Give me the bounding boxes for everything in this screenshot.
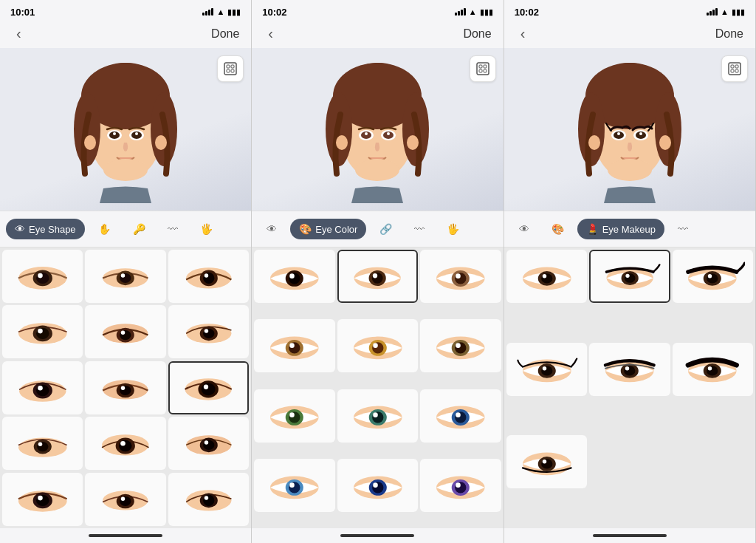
svg-point-89 bbox=[336, 135, 348, 150]
svg-point-50 bbox=[121, 386, 125, 389]
home-bar-2 bbox=[340, 534, 414, 537]
eye-option-2[interactable] bbox=[85, 250, 165, 303]
makeup-option-7[interactable] bbox=[506, 435, 587, 488]
eye-option-12[interactable] bbox=[168, 417, 249, 470]
eye-color-option-7[interactable] bbox=[254, 389, 334, 443]
palette-icon-tab-3: 🎨 bbox=[551, 223, 564, 235]
tab-eye-color-2[interactable]: 🎨 Eye Color bbox=[290, 219, 366, 239]
svg-point-70 bbox=[38, 496, 43, 501]
eye-color-option-4[interactable] bbox=[254, 319, 334, 372]
back-button-3[interactable]: ‹ bbox=[516, 24, 530, 44]
svg-point-18 bbox=[103, 159, 148, 181]
emoji-switch-icon-3 bbox=[727, 61, 742, 76]
svg-point-54 bbox=[204, 385, 208, 389]
svg-point-26 bbox=[121, 273, 125, 277]
eye-option-15[interactable] bbox=[168, 473, 249, 526]
makeup-icon-tab-3: 💄 bbox=[586, 223, 599, 235]
svg-point-61 bbox=[119, 440, 132, 451]
tab-wave-3[interactable]: 〰 bbox=[669, 219, 697, 239]
eye-option-5[interactable] bbox=[85, 305, 165, 358]
emoji-icon-button-3[interactable] bbox=[721, 55, 748, 82]
eye-option-14[interactable] bbox=[85, 473, 165, 526]
eye-color-option-5[interactable] bbox=[337, 319, 418, 372]
svg-point-14 bbox=[113, 132, 116, 135]
tab-link-2[interactable]: 🔗 bbox=[371, 219, 401, 239]
emoji-icon-button-1[interactable] bbox=[217, 55, 244, 82]
back-button-2[interactable]: ‹ bbox=[264, 24, 278, 44]
eye-color-option-1[interactable] bbox=[254, 250, 334, 303]
tab-color-3[interactable]: 🎨 bbox=[543, 219, 573, 239]
eye-color-option-3[interactable] bbox=[420, 250, 501, 303]
svg-point-45 bbox=[36, 384, 49, 395]
svg-point-74 bbox=[121, 497, 125, 501]
svg-rect-150 bbox=[735, 69, 738, 72]
makeup-option-5[interactable] bbox=[589, 343, 670, 396]
eye-option-8[interactable] bbox=[85, 361, 165, 414]
done-button-1[interactable]: Done bbox=[211, 27, 239, 41]
tab-wave-2[interactable]: 〰 bbox=[405, 219, 433, 239]
status-time-2: 10:02 bbox=[262, 7, 286, 18]
eye-option-3[interactable] bbox=[168, 250, 249, 303]
eye-shape-grid-1 bbox=[0, 247, 251, 528]
tab-key-1[interactable]: 🔑 bbox=[124, 219, 154, 239]
eye-option-13[interactable] bbox=[2, 473, 83, 526]
makeup-option-1[interactable] bbox=[506, 250, 587, 303]
back-button-1[interactable]: ‹ bbox=[12, 24, 26, 44]
eye-color-option-9[interactable] bbox=[420, 389, 501, 443]
status-bar-3: 10:02 ▲ ▮▮▮ bbox=[504, 0, 755, 21]
makeup-option-6[interactable] bbox=[673, 343, 753, 396]
battery-icon-3: ▮▮▮ bbox=[732, 7, 745, 17]
eye-option-4[interactable] bbox=[2, 305, 83, 358]
tab-wave-1[interactable]: 〰 bbox=[159, 219, 187, 239]
emoji-switch-icon-1 bbox=[223, 61, 238, 76]
eye-option-11[interactable] bbox=[85, 417, 165, 470]
tab-palm-2[interactable]: 🖐 bbox=[438, 219, 468, 239]
eye-color-option-6[interactable] bbox=[420, 319, 501, 372]
palette-icon-tab-2: 🎨 bbox=[299, 223, 312, 235]
battery-icon-2: ▮▮▮ bbox=[480, 7, 493, 17]
tab-palm-1[interactable]: 🖐 bbox=[191, 219, 221, 239]
category-tabs-2: 👁 🎨 Eye Color 🔗 〰 🖐 bbox=[252, 211, 503, 247]
home-indicator-2 bbox=[252, 528, 503, 543]
tab-hand-1[interactable]: ✋ bbox=[89, 219, 120, 239]
done-button-3[interactable]: Done bbox=[715, 27, 743, 41]
category-tabs-3: 👁 🎨 💄 Eye Makeup 〰 bbox=[504, 211, 755, 247]
svg-rect-3 bbox=[227, 69, 230, 72]
category-tabs-1: 👁 Eye Shape ✋ 🔑 〰 🖐 bbox=[0, 211, 251, 247]
svg-point-11 bbox=[155, 135, 167, 150]
tab-eye-makeup-3[interactable]: 💄 Eye Makeup bbox=[577, 219, 664, 239]
memoji-face-2 bbox=[318, 55, 436, 203]
tab-eye-shape-1[interactable]: 👁 Eye Shape bbox=[6, 219, 85, 239]
eye-option-10[interactable] bbox=[2, 417, 83, 470]
eye-color-option-12[interactable] bbox=[420, 459, 501, 512]
svg-point-121 bbox=[456, 343, 461, 348]
eye-color-option-11[interactable] bbox=[337, 459, 418, 512]
svg-point-53 bbox=[202, 383, 216, 395]
wave-icon-tab-3: 〰 bbox=[678, 223, 688, 235]
svg-point-34 bbox=[38, 329, 43, 334]
svg-rect-4 bbox=[231, 69, 234, 72]
status-time-1: 10:01 bbox=[10, 7, 35, 18]
emoji-icon-button-2[interactable] bbox=[470, 55, 496, 82]
svg-point-90 bbox=[407, 135, 419, 150]
tab-eye-makeup-label-3: Eye Makeup bbox=[602, 224, 656, 235]
eye-color-option-8[interactable] bbox=[337, 389, 418, 443]
eye-option-7[interactable] bbox=[2, 361, 83, 414]
svg-point-97 bbox=[355, 159, 399, 181]
tab-eyeshape-3[interactable]: 👁 bbox=[510, 219, 538, 239]
home-bar-3 bbox=[593, 534, 667, 537]
tab-eyeshape-2[interactable]: 👁 bbox=[258, 219, 286, 239]
svg-point-105 bbox=[373, 273, 377, 278]
svg-point-168 bbox=[542, 274, 546, 278]
svg-point-17 bbox=[135, 132, 138, 135]
eye-color-option-2[interactable] bbox=[337, 250, 418, 303]
makeup-option-4[interactable] bbox=[506, 343, 587, 396]
eye-option-1[interactable] bbox=[2, 250, 83, 303]
makeup-option-3[interactable] bbox=[673, 250, 753, 303]
done-button-2[interactable]: Done bbox=[463, 27, 491, 41]
eye-option-6[interactable] bbox=[168, 305, 249, 358]
svg-rect-83 bbox=[484, 69, 487, 72]
eye-color-option-10[interactable] bbox=[254, 459, 334, 512]
makeup-option-2[interactable] bbox=[589, 250, 670, 303]
eye-option-9[interactable] bbox=[168, 361, 249, 414]
